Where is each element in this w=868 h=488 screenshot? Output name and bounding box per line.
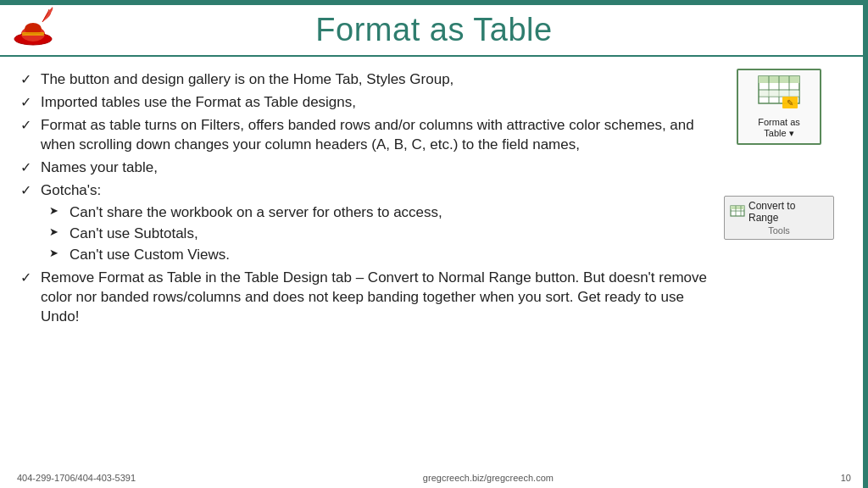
sub-list: Can't share the workbook on a server for… (49, 202, 715, 266)
footer-phone: 404-299-1706/404-403-5391 (17, 473, 136, 483)
page-title: Format as Table (0, 0, 868, 55)
right-panel: ✎ Format as Table ▾ Convert to Range (715, 69, 851, 329)
title-divider (0, 55, 868, 57)
list-item: The button and design gallery is on the … (17, 69, 715, 92)
bullet-list: The button and design gallery is on the … (17, 69, 715, 329)
logo (10, 7, 57, 49)
svg-rect-4 (22, 32, 44, 36)
convert-range-sub-label: Tools (768, 225, 790, 236)
right-accent-line (863, 0, 868, 488)
svg-rect-12 (760, 91, 799, 97)
list-item-gotchas: Gotcha's: Can't share the workbook on a … (17, 180, 715, 268)
convert-range-label: Convert to Range (748, 200, 828, 224)
sub-list-item: Can't use Subtotals, (49, 224, 715, 245)
table-grid-icon: ✎ (757, 75, 801, 114)
top-accent-line (0, 0, 868, 5)
footer: 404-299-1706/404-403-5391 gregcreech.biz… (0, 473, 868, 483)
svg-text:✎: ✎ (787, 98, 793, 108)
footer-page-number: 10 (841, 473, 851, 483)
format-as-table-button[interactable]: ✎ Format as Table ▾ (737, 69, 821, 145)
content-area: The button and design gallery is on the … (0, 65, 868, 332)
sub-list-item: Can't share the workbook on a server for… (49, 202, 715, 224)
list-item: Format as table turns on Filters, offers… (17, 114, 715, 157)
convert-range-top: Convert to Range (730, 200, 828, 224)
convert-to-range-button[interactable]: Convert to Range Tools (724, 196, 834, 240)
format-table-label: Format as Table ▾ (758, 117, 800, 139)
footer-website: gregcreech.biz/gregcreech.com (423, 473, 554, 483)
sub-list-item: Can't use Custom Views. (49, 245, 715, 266)
convert-range-icon (730, 205, 745, 219)
list-item: Remove Format as Table in the Table Desi… (17, 267, 715, 329)
list-item: Names your table, (17, 157, 715, 180)
svg-rect-16 (731, 206, 744, 209)
list-item: Imported tables use the Format as Table … (17, 92, 715, 114)
